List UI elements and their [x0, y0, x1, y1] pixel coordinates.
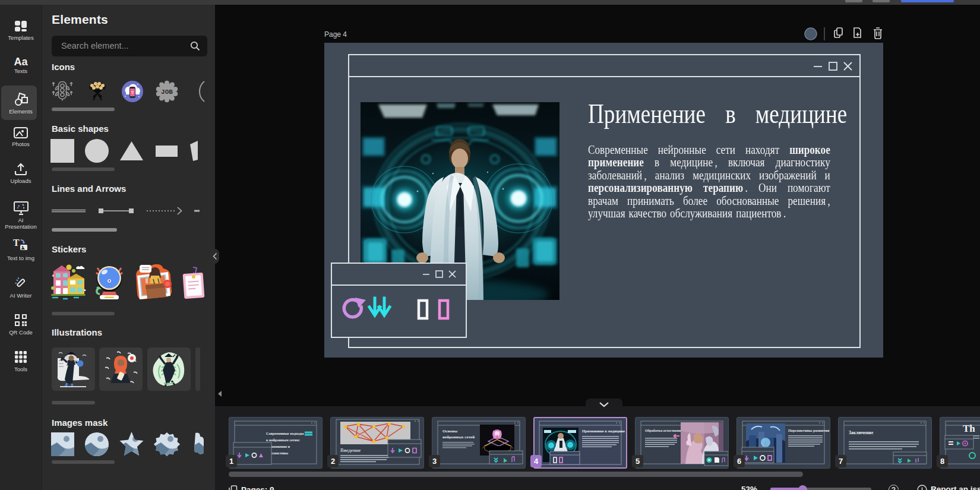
svg-text:JOB: JOB: [161, 88, 173, 96]
svg-text:Заключение: Заключение: [849, 430, 874, 435]
svg-text:Th: Th: [963, 423, 975, 434]
svg-text:нейронных сетей: нейронных сетей: [442, 435, 475, 440]
svg-text:Перспективы развития: Перспективы развития: [788, 428, 830, 432]
svg-text:Основы: Основы: [442, 429, 458, 434]
svg-text:к нейронным сетям:: к нейронным сетям:: [266, 438, 300, 442]
svg-text:Применение в медицине: Применение в медицине: [582, 429, 625, 433]
svg-text:Современные подходы: Современные подходы: [266, 431, 304, 435]
svg-text:T: T: [13, 238, 20, 248]
svg-text:Введение: Введение: [340, 447, 361, 453]
